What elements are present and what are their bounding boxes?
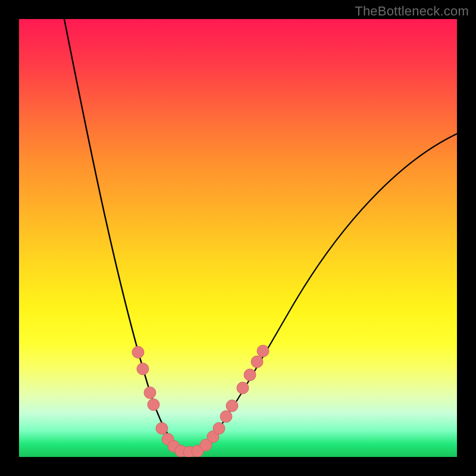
curve-marker: [213, 422, 225, 434]
curve-svg: [19, 19, 457, 457]
plot-area: [19, 19, 457, 457]
left-curve: [62, 19, 190, 452]
curve-marker: [257, 345, 269, 357]
curve-marker: [237, 382, 249, 394]
chart-frame: TheBottleneck.com: [0, 0, 476, 476]
curve-marker: [132, 346, 144, 358]
curve-marker: [148, 399, 159, 411]
curve-marker: [144, 387, 156, 399]
curve-marker: [220, 411, 232, 422]
curve-marker: [244, 369, 256, 381]
marker-group: [132, 345, 269, 457]
curve-marker: [226, 400, 238, 412]
curve-marker: [137, 363, 149, 375]
curve-marker: [156, 422, 168, 434]
watermark-text: TheBottleneck.com: [355, 4, 469, 19]
curve-marker: [251, 356, 263, 368]
